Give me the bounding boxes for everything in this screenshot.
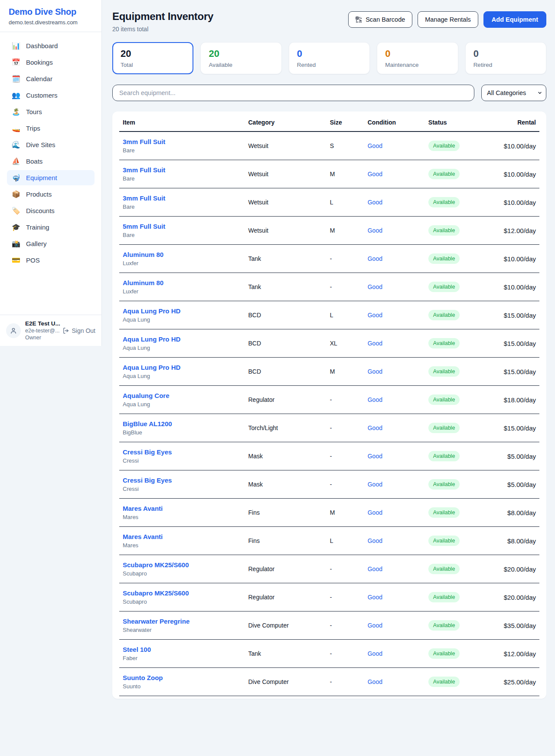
sidebar-item-label: Customers bbox=[26, 92, 58, 99]
item-name-link[interactable]: Cressi Big Eyes bbox=[123, 477, 241, 484]
column-header-size: Size bbox=[326, 112, 364, 131]
status-badge: Available bbox=[428, 141, 460, 151]
table-row: Cressi Big Eyes Cressi Mask - Good Avail… bbox=[119, 442, 539, 470]
item-name-link[interactable]: Scubapro MK25/S600 bbox=[123, 561, 241, 569]
item-name-link[interactable]: 3mm Full Suit bbox=[123, 138, 241, 145]
stat-card[interactable]: 20 Total bbox=[112, 42, 193, 74]
column-header-condition: Condition bbox=[364, 112, 425, 131]
main-content: Equipment Inventory 20 items total bbox=[102, 0, 555, 756]
item-name-link[interactable]: Aluminum 80 bbox=[123, 279, 241, 286]
item-condition: Good bbox=[364, 414, 425, 442]
manage-rentals-button[interactable]: Manage Rentals bbox=[418, 11, 478, 28]
table-row: Suunto Zoop Suunto Dive Computer - Good … bbox=[119, 668, 539, 696]
item-condition: Good bbox=[364, 188, 425, 217]
item-brand: Cressi bbox=[123, 457, 241, 464]
item-size: M bbox=[326, 499, 364, 527]
table-row: Aluminum 80 Luxfer Tank - Good Available… bbox=[119, 273, 539, 301]
scan-barcode-button[interactable]: Scan Barcode bbox=[348, 11, 412, 28]
header-actions: Scan Barcode Manage Rentals Add Equipmen… bbox=[348, 11, 546, 28]
item-name-link[interactable]: BigBlue AL1200 bbox=[123, 420, 241, 427]
item-name-link[interactable]: Shearwater Peregrine bbox=[123, 618, 241, 625]
status-badge: Available bbox=[428, 366, 460, 377]
page-title: Equipment Inventory bbox=[112, 10, 213, 23]
sidebar: Demo Dive Shop demo.test.divestreams.com… bbox=[0, 0, 102, 346]
sidebar-item-label: Tours bbox=[26, 108, 42, 115]
sidebar-item-label: Products bbox=[26, 191, 52, 198]
barcode-icon bbox=[356, 16, 362, 23]
sidebar-item[interactable]: 📊 Dashboard bbox=[7, 38, 95, 53]
item-name-link[interactable]: Steel 100 bbox=[123, 646, 241, 653]
item-name-link[interactable]: Scubapro MK25/S600 bbox=[123, 589, 241, 597]
item-size: - bbox=[326, 386, 364, 414]
stat-card[interactable]: 0 Rented bbox=[289, 42, 370, 74]
item-condition: Good bbox=[364, 160, 425, 188]
item-rental-rate: $5.00/day bbox=[500, 470, 539, 499]
item-name-link[interactable]: Aqua Lung Pro HD bbox=[123, 307, 241, 315]
status-badge: Available bbox=[428, 394, 460, 405]
sidebar-item[interactable]: 🗓️ Calendar bbox=[7, 71, 95, 86]
status-badge: Available bbox=[428, 620, 460, 631]
item-rental-rate: $5.00/day bbox=[500, 442, 539, 470]
sidebar-item[interactable]: ⛵ Boats bbox=[7, 154, 95, 169]
stat-card[interactable]: 20 Available bbox=[200, 42, 281, 74]
item-brand: Aqua Lung bbox=[123, 345, 241, 351]
sidebar-item[interactable]: 🤿 Equipment bbox=[7, 170, 95, 185]
item-brand: Luxfer bbox=[123, 260, 241, 266]
sidebar-item[interactable]: 📦 Products bbox=[7, 187, 95, 202]
item-brand: Aqua Lung bbox=[123, 401, 241, 408]
sidebar-item[interactable]: 🌊 Dive Sites bbox=[7, 137, 95, 152]
sidebar-item[interactable]: 💳 POS bbox=[7, 253, 95, 268]
item-brand: Mares bbox=[123, 514, 241, 520]
filter-row: All Categories bbox=[112, 85, 546, 101]
item-name-link[interactable]: Cressi Big Eyes bbox=[123, 448, 241, 456]
item-name-link[interactable]: 3mm Full Suit bbox=[123, 166, 241, 174]
search-input[interactable] bbox=[112, 85, 474, 101]
user-role: Owner bbox=[25, 335, 58, 341]
item-condition: Good bbox=[364, 329, 425, 358]
sidebar-item-label: Dashboard bbox=[26, 42, 58, 49]
item-name-link[interactable]: Suunto Zoop bbox=[123, 674, 241, 681]
sidebar-item[interactable]: 📅 Bookings bbox=[7, 55, 95, 70]
item-rental-rate: $8.00/day bbox=[500, 499, 539, 527]
item-brand: Bare bbox=[123, 147, 241, 154]
item-name-link[interactable]: Mares Avanti bbox=[123, 505, 241, 512]
item-category: Dive Computer bbox=[245, 611, 326, 640]
sign-out-button[interactable]: Sign Out bbox=[62, 327, 95, 334]
shop-name: Demo Dive Shop bbox=[9, 7, 93, 17]
item-name-link[interactable]: Aqua Lung Pro HD bbox=[123, 364, 241, 371]
status-badge: Available bbox=[428, 423, 460, 433]
item-category: Tank bbox=[245, 273, 326, 301]
item-size: - bbox=[326, 442, 364, 470]
sidebar-item-icon: 📊 bbox=[12, 42, 20, 50]
sidebar-item[interactable]: 👥 Customers bbox=[7, 88, 95, 103]
sidebar-item-icon: 🏝️ bbox=[12, 108, 20, 116]
sidebar-item-icon: 📦 bbox=[12, 190, 20, 198]
item-brand: Suunto bbox=[123, 683, 241, 690]
item-name-link[interactable]: Aluminum 80 bbox=[123, 251, 241, 258]
sidebar-item[interactable]: 🎓 Training bbox=[7, 220, 95, 235]
status-badge: Available bbox=[428, 225, 460, 236]
item-size: - bbox=[326, 555, 364, 583]
add-equipment-button[interactable]: Add Equipment bbox=[483, 11, 546, 28]
item-category: BCD bbox=[245, 358, 326, 386]
item-name-link[interactable]: Mares Avanti bbox=[123, 533, 241, 540]
item-name-link[interactable]: 5mm Full Suit bbox=[123, 223, 241, 230]
sidebar-item[interactable]: 🏝️ Tours bbox=[7, 104, 95, 119]
item-name-link[interactable]: 3mm Full Suit bbox=[123, 194, 241, 202]
stat-card[interactable]: 0 Maintenance bbox=[377, 42, 458, 74]
sidebar-item[interactable]: 🚤 Trips bbox=[7, 121, 95, 136]
category-select[interactable]: All Categories bbox=[481, 85, 546, 101]
item-condition: Good bbox=[364, 668, 425, 696]
item-condition: Good bbox=[364, 358, 425, 386]
item-brand: Cressi bbox=[123, 486, 241, 492]
column-header-status: Status bbox=[425, 112, 500, 131]
sidebar-item[interactable]: 🏷️ Discounts bbox=[7, 203, 95, 218]
table-row: Aqualung Core Aqua Lung Regulator - Good… bbox=[119, 386, 539, 414]
stat-card[interactable]: 0 Retired bbox=[465, 42, 546, 74]
item-name-link[interactable]: Aqualung Core bbox=[123, 392, 241, 399]
item-name-link[interactable]: Aqua Lung Pro HD bbox=[123, 335, 241, 343]
sidebar-item[interactable]: 📸 Gallery bbox=[7, 236, 95, 251]
item-size: - bbox=[326, 640, 364, 668]
sign-out-icon bbox=[62, 327, 69, 334]
equipment-table: Item Category Size Condition Status Rent… bbox=[119, 112, 539, 696]
